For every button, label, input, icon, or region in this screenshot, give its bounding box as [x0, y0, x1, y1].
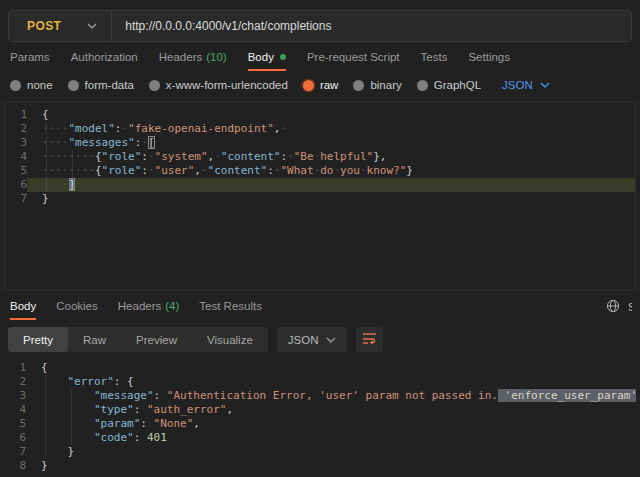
line-content: { — [27, 108, 635, 122]
response-meta: S — [606, 299, 632, 315]
response-tab-body[interactable]: Body — [10, 300, 36, 320]
indent-guide — [45, 375, 46, 459]
radio-icon — [10, 80, 21, 91]
radio-none[interactable]: none — [10, 79, 53, 91]
indent-guide — [72, 150, 73, 178]
response-tab-cookies[interactable]: Cookies — [56, 300, 98, 320]
request-body-editor[interactable]: 1{2····"model":·"fake-openai-endpoint",·… — [4, 101, 636, 291]
line-number: 7 — [5, 192, 27, 206]
line-number: 5 — [5, 164, 27, 178]
body-type-row: none form-data x-www-form-urlencoded raw… — [0, 70, 640, 99]
request-tabs: Params Authorization Headers (10) Body P… — [0, 42, 640, 70]
line-number: 4 — [5, 150, 27, 164]
line-content: ····"messages":·[ — [27, 136, 635, 150]
url-text: http://0.0.0.0:4000/v1/chat/completions — [125, 19, 331, 33]
response-toolbar: Pretty Raw Preview Visualize JSON — [8, 327, 632, 352]
response-headers-count-badge: (4) — [165, 300, 179, 312]
chevron-down-icon — [540, 82, 550, 88]
view-visualize[interactable]: Visualize — [192, 327, 268, 352]
wrap-lines-button[interactable] — [356, 327, 383, 352]
line-number: 6 — [4, 431, 26, 445]
tab-authorization[interactable]: Authorization — [71, 51, 138, 71]
line-content: ········{"role":·"user",·"content":·"Wha… — [27, 164, 635, 178]
method-dropdown[interactable]: POST — [9, 11, 112, 41]
code-line[interactable]: 5········{"role":·"user",·"content":·"Wh… — [5, 164, 635, 178]
view-preview[interactable]: Preview — [121, 327, 192, 352]
code-line[interactable]: 5 "param": "None", — [4, 417, 636, 431]
line-number: 2 — [5, 122, 27, 136]
code-line[interactable]: 8} — [4, 459, 636, 473]
line-number: 3 — [4, 389, 26, 403]
headers-count-badge: (10) — [206, 51, 226, 63]
line-content: ········{"role":·"system",·"content":·"B… — [27, 150, 635, 164]
line-content: "message": "Authentication Error, 'user'… — [26, 389, 636, 403]
line-content: } — [27, 192, 635, 206]
request-url-bar: POST http://0.0.0.0:4000/v1/chat/complet… — [8, 10, 632, 42]
line-content: "type": "auth_error", — [26, 403, 636, 417]
radio-binary[interactable]: binary — [353, 79, 401, 91]
line-number: 7 — [4, 445, 26, 459]
tab-pre-request-script[interactable]: Pre-request Script — [307, 51, 400, 71]
code-line[interactable]: 3····"messages":·[ — [5, 136, 635, 150]
line-number: 1 — [4, 361, 26, 375]
radio-icon — [149, 80, 160, 91]
radio-selected-icon — [303, 80, 314, 91]
body-modified-dot-icon — [280, 54, 286, 60]
line-number: 2 — [4, 375, 26, 389]
tab-tests[interactable]: Tests — [421, 51, 448, 71]
line-content: { — [26, 361, 636, 375]
code-line[interactable]: 1{ — [5, 108, 635, 122]
line-number: 6 — [5, 178, 27, 192]
tab-params[interactable]: Params — [10, 51, 50, 71]
radio-x-www-form-urlencoded[interactable]: x-www-form-urlencoded — [149, 79, 288, 91]
line-number: 5 — [4, 417, 26, 431]
response-tab-headers[interactable]: Headers (4) — [118, 300, 180, 320]
radio-icon — [68, 80, 79, 91]
url-input[interactable]: http://0.0.0.0:4000/v1/chat/completions — [112, 11, 631, 41]
code-line[interactable]: 2 "error": { — [4, 375, 636, 389]
code-line[interactable]: 4 "type": "auth_error", — [4, 403, 636, 417]
line-content: "param": "None", — [26, 417, 636, 431]
code-line[interactable]: 7 } — [4, 445, 636, 459]
view-raw[interactable]: Raw — [68, 327, 121, 352]
line-content: ····"model":·"fake-openai-endpoint",· — [27, 122, 635, 136]
line-number: 8 — [4, 459, 26, 473]
line-content: ····] — [27, 178, 635, 192]
line-number: 1 — [5, 108, 27, 122]
response-tabs: Body Cookies Headers (4) Test Results S — [0, 291, 640, 319]
globe-icon — [606, 299, 620, 315]
wrap-lines-icon — [362, 331, 377, 348]
radio-form-data[interactable]: form-data — [68, 79, 134, 91]
line-number: 3 — [5, 136, 27, 150]
response-language-dropdown[interactable]: JSON — [277, 327, 348, 352]
code-line[interactable]: 3 "message": "Authentication Error, 'use… — [4, 389, 636, 403]
radio-raw[interactable]: raw — [303, 79, 339, 91]
code-line[interactable]: 7} — [5, 192, 635, 206]
indent-guide — [71, 389, 72, 445]
tab-headers[interactable]: Headers (10) — [159, 51, 227, 71]
view-pretty[interactable]: Pretty — [8, 327, 68, 352]
line-content: } — [26, 445, 636, 459]
code-line[interactable]: 6····] — [5, 178, 635, 192]
request-language-dropdown[interactable]: JSON — [502, 79, 550, 91]
method-label: POST — [27, 19, 61, 33]
response-body-editor[interactable]: 1{2 "error": {3 "message": "Authenticati… — [4, 356, 636, 477]
chevron-down-icon — [87, 23, 97, 29]
line-content: } — [26, 459, 636, 473]
code-line[interactable]: 2····"model":·"fake-openai-endpoint",· — [5, 122, 635, 136]
response-tab-test-results[interactable]: Test Results — [199, 300, 262, 320]
status-text-clipped: S — [628, 301, 632, 313]
code-line[interactable]: 1{ — [4, 361, 636, 375]
tab-body[interactable]: Body — [248, 51, 286, 71]
chevron-down-icon — [326, 337, 336, 343]
line-number: 4 — [4, 403, 26, 417]
code-line[interactable]: 4········{"role":·"system",·"content":·"… — [5, 150, 635, 164]
line-content: "code": 401 — [26, 431, 636, 445]
radio-icon — [417, 80, 428, 91]
code-line[interactable]: 6 "code": 401 — [4, 431, 636, 445]
response-view-switch: Pretty Raw Preview Visualize — [8, 327, 268, 352]
indent-guide — [46, 122, 47, 192]
tab-settings[interactable]: Settings — [468, 51, 510, 71]
line-content: "error": { — [26, 375, 636, 389]
radio-graphql[interactable]: GraphQL — [417, 79, 481, 91]
